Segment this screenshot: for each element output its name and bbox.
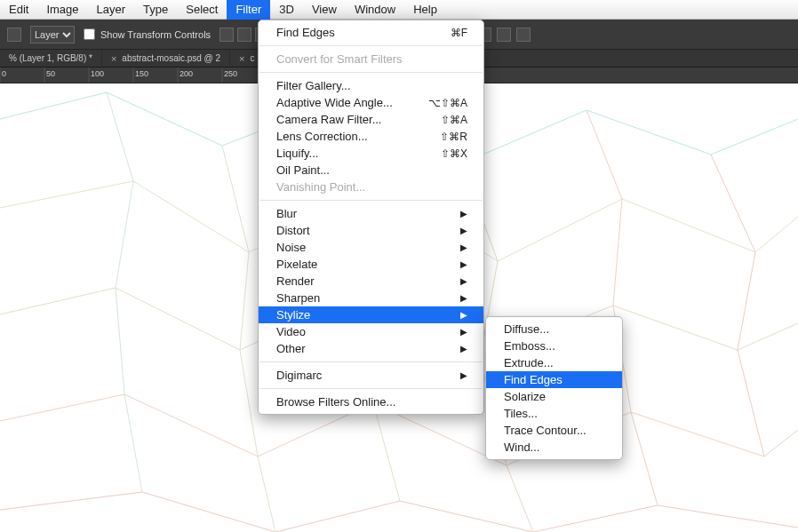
menu-item-liquify[interactable]: Liquify...⇧⌘X (259, 145, 483, 162)
menu-item-browse-filters-online[interactable]: Browse Filters Online... (259, 393, 483, 410)
menu-item-label: Trace Contour... (504, 424, 587, 437)
submenu-arrow-icon: ▶ (439, 327, 467, 337)
svg-text:200: 200 (180, 69, 193, 78)
svg-text:150: 150 (135, 69, 148, 78)
submenu-arrow-icon: ▶ (439, 242, 467, 252)
svg-text:50: 50 (46, 69, 55, 78)
svg-text:250: 250 (224, 69, 237, 78)
menu-item-label: Extrude... (504, 356, 554, 369)
menu-shortcut: ⇧⌘R (419, 131, 467, 143)
menu-item-emboss[interactable]: Emboss... (486, 337, 622, 354)
svg-text:100: 100 (91, 69, 104, 78)
menu-item-find-edges[interactable]: Find Edges (486, 371, 622, 388)
menu-item-trace-contour[interactable]: Trace Contour... (486, 422, 622, 439)
menu-item-label: Camera Raw Filter... (276, 113, 381, 126)
menu-item-blur[interactable]: Blur▶ (259, 205, 483, 222)
menu-separator (259, 388, 483, 389)
menu-item-label: Wind... (504, 441, 539, 454)
tab-label: % (Layer 1, RGB/8) * (9, 50, 92, 67)
menu-item-label: Adaptive Wide Angle... (276, 96, 393, 109)
menu-item-label: Other (276, 342, 306, 355)
menu-item-label: Convert for Smart Filters (276, 52, 403, 66)
menu-shortcut: ⇧⌘A (419, 114, 467, 126)
menu-item-label: Render (276, 274, 315, 288)
menu-item-label: Distort (276, 224, 310, 237)
menubar-item-help[interactable]: Help (404, 0, 446, 20)
move-tool-icon (7, 28, 21, 42)
menu-item-oil-paint[interactable]: Oil Paint... (259, 162, 483, 179)
menu-item-render[interactable]: Render▶ (259, 273, 483, 290)
menu-item-digimarc[interactable]: Digimarc▶ (259, 367, 483, 384)
menubar-item-type[interactable]: Type (134, 0, 177, 20)
menu-shortcut: ⌥⇧⌘A (407, 97, 467, 109)
submenu-arrow-icon: ▶ (439, 293, 467, 303)
menu-item-find-edges[interactable]: Find Edges⌘F (259, 24, 483, 41)
menu-separator (259, 72, 483, 73)
menu-item-vanishing-point: Vanishing Point... (259, 179, 483, 195)
menubar-item-edit[interactable]: Edit (0, 0, 37, 20)
menu-shortcut: ⌘F (429, 27, 467, 39)
show-transform-label: Show Transform Controls (100, 29, 211, 40)
menu-item-convert-for-smart-filters: Convert for Smart Filters (259, 51, 483, 67)
menu-item-label: Liquify... (276, 147, 318, 160)
menu-item-pixelate[interactable]: Pixelate▶ (259, 256, 483, 273)
menu-item-label: Blur (276, 207, 297, 220)
menu-item-label: Lens Correction... (276, 130, 368, 143)
menu-item-label: Sharpen (276, 291, 320, 305)
document-tab[interactable]: % (Layer 1, RGB/8) * (0, 50, 102, 67)
menubar-item-window[interactable]: Window (346, 0, 404, 20)
show-transform-checkbox[interactable] (84, 28, 95, 40)
3d-zoom-icon[interactable] (516, 28, 531, 42)
menu-item-solarize[interactable]: Solarize (486, 388, 622, 405)
menu-item-extrude[interactable]: Extrude... (486, 354, 622, 371)
menu-item-diffuse[interactable]: Diffuse... (486, 321, 622, 337)
menu-separator (259, 45, 483, 46)
submenu-arrow-icon: ▶ (439, 226, 467, 235)
menu-item-adaptive-wide-angle[interactable]: Adaptive Wide Angle...⌥⇧⌘A (259, 94, 483, 111)
menu-item-tiles[interactable]: Tiles... (486, 405, 622, 422)
menubar-item-filter[interactable]: Filter (227, 0, 270, 20)
menu-item-label: Find Edges (276, 26, 335, 39)
submenu-arrow-icon: ▶ (439, 344, 467, 353)
menu-shortcut: ⇧⌘X (419, 147, 467, 160)
menu-item-camera-raw-filter[interactable]: Camera Raw Filter...⇧⌘A (259, 111, 483, 128)
menu-item-label: Solarize (504, 390, 546, 403)
menu-item-distort[interactable]: Distort▶ (259, 222, 483, 239)
menu-item-label: Vanishing Point... (276, 180, 365, 194)
menu-item-label: Find Edges (504, 373, 563, 386)
menu-item-video[interactable]: Video▶ (259, 323, 483, 340)
menu-item-stylize[interactable]: Stylize▶ (259, 306, 483, 323)
menu-item-lens-correction[interactable]: Lens Correction...⇧⌘R (259, 128, 483, 145)
submenu-arrow-icon: ▶ (439, 276, 467, 286)
align-icon[interactable] (219, 28, 234, 42)
menu-item-noise[interactable]: Noise▶ (259, 239, 483, 256)
menu-item-wind[interactable]: Wind... (486, 439, 622, 456)
menu-item-label: Diffuse... (504, 322, 549, 336)
menu-item-filter-gallery[interactable]: Filter Gallery... (259, 77, 483, 94)
menu-item-label: Pixelate (276, 258, 317, 271)
menu-item-label: Emboss... (504, 339, 555, 353)
menu-item-label: Stylize (276, 308, 310, 322)
menu-item-label: Tiles... (504, 407, 538, 420)
submenu-arrow-icon: ▶ (439, 209, 467, 218)
menu-item-label: Digimarc (276, 369, 322, 382)
align-icon[interactable] (237, 28, 251, 42)
menu-item-other[interactable]: Other▶ (259, 340, 483, 357)
submenu-arrow-icon: ▶ (439, 370, 467, 380)
menubar-item-image[interactable]: Image (37, 0, 87, 20)
menu-item-label: Oil Paint... (276, 163, 330, 177)
submenu-arrow-icon: ▶ (439, 259, 467, 269)
3d-slide-icon[interactable] (497, 28, 511, 42)
close-icon[interactable]: × (111, 50, 116, 67)
menu-item-label: Browse Filters Online... (276, 395, 395, 409)
menu-item-sharpen[interactable]: Sharpen▶ (259, 290, 483, 306)
menubar-item-layer[interactable]: Layer (88, 0, 135, 20)
document-tab[interactable]: ×abstract-mosaic.psd @ 2 (102, 50, 230, 67)
menubar-item-select[interactable]: Select (177, 0, 227, 20)
layer-select[interactable]: Layer (30, 26, 75, 44)
stylize-submenu: Diffuse...Emboss...Extrude...Find EdgesS… (485, 316, 623, 460)
menubar-item-view[interactable]: View (303, 0, 346, 20)
close-icon[interactable]: × (239, 50, 244, 67)
menubar-item-3d[interactable]: 3D (270, 0, 303, 20)
svg-text:0: 0 (2, 69, 6, 78)
